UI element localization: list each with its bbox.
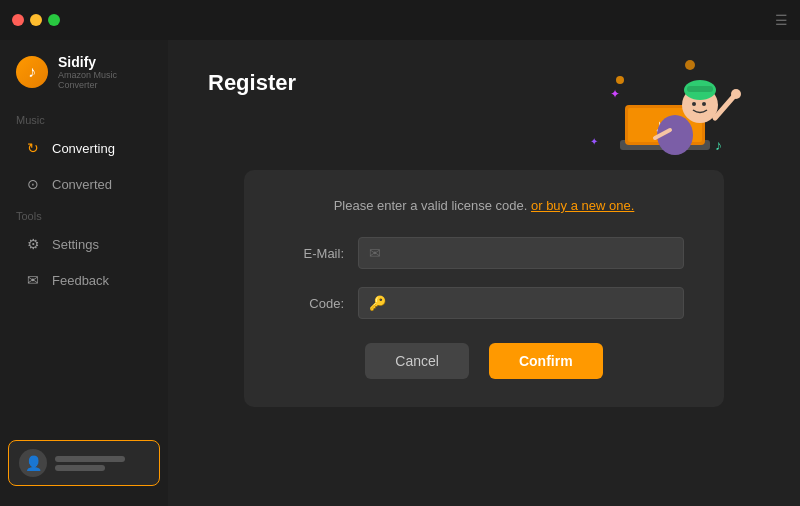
window-controls: [12, 14, 60, 26]
svg-rect-12: [687, 86, 713, 92]
svg-text:✦: ✦: [610, 87, 620, 101]
svg-point-13: [692, 102, 696, 106]
sidebar-item-settings-label: Settings: [52, 237, 99, 252]
buy-link[interactable]: or buy a new one.: [531, 198, 634, 213]
brand-icon: ♪: [16, 56, 48, 88]
key-icon: 🔑: [369, 295, 386, 311]
brand-text: Sidify Amazon Music Converter: [58, 54, 152, 90]
modal-message: Please enter a valid license code. or bu…: [284, 198, 684, 213]
maximize-button[interactable]: [48, 14, 60, 26]
sidebar-item-converting[interactable]: ↻ Converting: [8, 131, 160, 165]
email-row: E-Mail: ✉: [284, 237, 684, 269]
email-label: E-Mail:: [284, 246, 344, 261]
modal-message-text: Please enter a valid license code.: [334, 198, 528, 213]
main-content: Register ✦ ♪ ✦ ♪: [168, 40, 800, 506]
svg-point-1: [685, 60, 695, 70]
sidebar-item-converting-label: Converting: [52, 141, 115, 156]
app-body: ♪ Sidify Amazon Music Converter Music ↻ …: [0, 40, 800, 506]
sidebar-item-converted-label: Converted: [52, 177, 112, 192]
brand: ♪ Sidify Amazon Music Converter: [0, 50, 168, 106]
sidebar-item-converted[interactable]: ⊙ Converted: [8, 167, 160, 201]
register-title: Register: [208, 70, 296, 96]
svg-text:✦: ✦: [590, 136, 598, 147]
titlebar: ☰: [0, 0, 800, 40]
code-label: Code:: [284, 296, 344, 311]
section-label-tools: Tools: [0, 202, 168, 226]
user-card[interactable]: 👤: [8, 440, 160, 486]
avatar: 👤: [19, 449, 47, 477]
email-input[interactable]: ✉: [358, 237, 684, 269]
sidebar-item-feedback-label: Feedback: [52, 273, 109, 288]
modal-buttons: Cancel Confirm: [284, 343, 684, 379]
menu-icon[interactable]: ☰: [775, 12, 788, 28]
code-row: Code: 🔑: [284, 287, 684, 319]
sidebar-item-feedback[interactable]: ✉ Feedback: [8, 263, 160, 297]
sidebar-bottom: 👤: [0, 430, 168, 496]
cancel-button[interactable]: Cancel: [365, 343, 469, 379]
feedback-icon: ✉: [24, 271, 42, 289]
settings-icon: ⚙: [24, 235, 42, 253]
converting-icon: ↻: [24, 139, 42, 157]
user-info: [55, 456, 125, 471]
svg-text:♪: ♪: [715, 137, 722, 153]
brand-music-icon: ♪: [28, 63, 36, 81]
brand-name: Sidify: [58, 54, 152, 70]
code-input[interactable]: 🔑: [358, 287, 684, 319]
sidebar: ♪ Sidify Amazon Music Converter Music ↻ …: [0, 40, 168, 506]
section-label-music: Music: [0, 106, 168, 130]
user-line-2: [55, 465, 105, 471]
sidebar-item-settings[interactable]: ⚙ Settings: [8, 227, 160, 261]
minimize-button[interactable]: [30, 14, 42, 26]
register-modal: Please enter a valid license code. or bu…: [244, 170, 724, 407]
email-icon: ✉: [369, 245, 381, 261]
confirm-button[interactable]: Confirm: [489, 343, 603, 379]
svg-line-15: [715, 95, 735, 118]
svg-point-16: [731, 89, 741, 99]
brand-subtitle: Amazon Music Converter: [58, 70, 152, 90]
svg-point-0: [616, 76, 624, 84]
converted-icon: ⊙: [24, 175, 42, 193]
svg-point-14: [702, 102, 706, 106]
user-line-1: [55, 456, 125, 462]
close-button[interactable]: [12, 14, 24, 26]
